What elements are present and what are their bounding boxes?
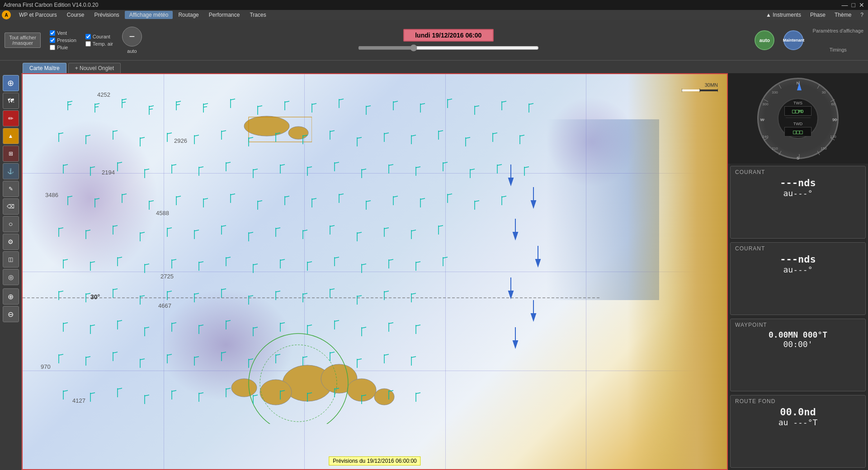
maintenant-btn[interactable]: Maintenant	[783, 30, 803, 50]
route-fond-value: 00.0nd	[735, 406, 861, 418]
phase-menu[interactable]: Phase	[807, 11, 828, 19]
route-fond-panel: ROUTE FOND 00.0nd au ---°T	[730, 395, 866, 468]
chart-area[interactable]: 4252 2926 2194 3486 4588 2725 4667 970 4…	[22, 73, 728, 470]
tool-eraser[interactable]: ⌫	[3, 198, 19, 215]
close-btn[interactable]: ✕	[859, 1, 864, 9]
tool-triangle[interactable]: ▲	[3, 128, 19, 144]
tool-pencil[interactable]: ✎	[3, 181, 19, 197]
tool-map[interactable]: 🗺	[3, 93, 19, 109]
menu-affichage-meteo[interactable]: Affichage météo	[125, 11, 173, 19]
tool-circle[interactable]: ○	[3, 216, 19, 232]
tab-carte-maitre-label: Carte Maître	[29, 65, 60, 71]
tab-nouvel-onglet[interactable]: + Nouvel Onglet	[68, 63, 121, 73]
theme-menu[interactable]: Thème	[832, 11, 854, 19]
svg-text:30: 30	[822, 90, 826, 94]
maximize-btn[interactable]: □	[852, 1, 855, 9]
svg-point-5	[374, 389, 394, 405]
tool-gear[interactable]: ⚙	[3, 234, 19, 250]
forecast-label: Prévisions du 19/12/2016 06:00:00	[329, 456, 420, 465]
courant-1-sub: au---°	[735, 188, 861, 198]
temp-air-checkbox-label[interactable]: Temp. air	[85, 41, 113, 47]
pluie-checkbox-label[interactable]: Pluie	[50, 45, 76, 50]
logo-icon: A	[2, 10, 11, 19]
svg-line-356	[830, 99, 835, 102]
svg-point-1	[260, 380, 292, 405]
twd-value: □□□	[784, 127, 811, 136]
tab-nouvel-onglet-label: + Nouvel Onglet	[75, 65, 114, 71]
window-controls[interactable]: — □ ✕	[842, 1, 864, 9]
menu-course[interactable]: Course	[62, 11, 89, 19]
scale-label: 30MN	[705, 82, 718, 88]
svg-text:W: W	[760, 118, 764, 122]
grid-h-2	[23, 272, 727, 272]
svg-line-359	[779, 151, 781, 155]
waypoint-sub: 00:00'	[735, 339, 861, 349]
weather-checkboxes: Vent Pression Pluie	[50, 30, 76, 50]
minimize-btn[interactable]: —	[842, 1, 848, 9]
svg-point-3	[347, 379, 376, 401]
vent-checkbox[interactable]	[50, 30, 55, 36]
courant-2-sub: au---°	[735, 265, 861, 274]
menu-previsions[interactable]: Prévisions	[90, 11, 124, 19]
courant-checkbox-label[interactable]: Courant	[85, 34, 113, 39]
tool-zoom-out[interactable]: ⊖	[3, 306, 19, 322]
svg-point-8	[244, 116, 289, 136]
courant-2-value: ---nds	[735, 254, 861, 265]
grid-h-1	[23, 173, 727, 174]
menu-routage[interactable]: Routage	[174, 11, 203, 19]
courant-checkbox[interactable]	[85, 34, 91, 39]
depth-2725: 2725	[160, 273, 174, 280]
canary-islands-area	[194, 324, 411, 424]
pression-checkbox-label[interactable]: Pression	[50, 38, 76, 43]
depth-3486: 3486	[45, 192, 58, 198]
timeline-section: lundi 19/12/2016 06:00	[151, 29, 745, 52]
svg-text:330: 330	[772, 90, 778, 94]
timeline-slider[interactable]	[358, 44, 539, 52]
tool-pointer[interactable]: ⊕	[3, 75, 19, 91]
grid-v-1	[164, 74, 164, 469]
tool-compass[interactable]: ◎	[3, 269, 19, 285]
minus-section: − auto	[122, 27, 142, 54]
svg-rect-347	[682, 89, 700, 91]
menu-performance[interactable]: Performance	[204, 11, 245, 19]
minus-btn[interactable]: −	[122, 27, 142, 47]
tool-zoom-in[interactable]: ⊕	[3, 288, 19, 305]
depth-2926: 2926	[174, 137, 187, 144]
tool-anchor[interactable]: ⚓	[3, 163, 19, 179]
tool-measure[interactable]: ⊞	[3, 146, 19, 162]
depth-4667: 4667	[158, 302, 171, 309]
pression-checkbox[interactable]	[50, 38, 55, 43]
left-toolbar: ⊕ 🗺 ✏ ▲ ⊞ ⚓ ✎ ⌫ ○ ⚙ ◫ ◎ ⊕ ⊖	[0, 73, 22, 470]
maintenant-section: Maintenant	[783, 30, 803, 50]
menu-traces[interactable]: Traces	[245, 11, 270, 19]
courant-1-value: ---nds	[735, 177, 861, 188]
weather-checkboxes2: Courant Temp. air	[85, 34, 113, 47]
titlebar: Adrena First Carbon Edition V14.0.0.20 —…	[0, 0, 868, 10]
menu-wp-parcours[interactable]: WP et Parcours	[14, 11, 61, 19]
waypoint-panel: WAYPOINT 0.00MN 000°T 00:00'	[730, 319, 866, 391]
scale-bar: 30MN	[682, 82, 718, 93]
route-fond-sub: au ---°T	[735, 418, 861, 427]
tab-carte-maitre[interactable]: Carte Maître	[23, 63, 66, 73]
courant-1-title: COURANT	[735, 169, 861, 175]
compass-inner-display: TWS □□MD TWD □□□	[778, 98, 818, 139]
temp-air-checkbox[interactable]	[85, 41, 91, 47]
svg-text:150: 150	[821, 146, 827, 150]
grid-v-4	[586, 74, 586, 469]
right-menubar: ▲ Instruments Phase Thème ?	[763, 11, 866, 19]
svg-text:210: 210	[772, 146, 778, 150]
tool-layer[interactable]: ◫	[3, 251, 19, 268]
info-panels: COURANT ---nds au---° COURANT ---nds au-…	[728, 164, 868, 470]
help-menu[interactable]: ?	[858, 11, 866, 19]
tws-value: □□MD	[784, 106, 811, 116]
madeira-islands	[240, 110, 312, 146]
auto-btn[interactable]: auto	[755, 30, 774, 50]
svg-point-4	[231, 379, 257, 397]
tool-line[interactable]: ✏	[3, 110, 19, 127]
tout-afficher-btn[interactable]: Tout afficher /masquer	[5, 33, 41, 48]
instruments-menu[interactable]: ▲ Instruments	[763, 11, 804, 19]
svg-text:240: 240	[762, 135, 769, 139]
menubar: A WP et Parcours Course Prévisions Affic…	[0, 10, 868, 20]
pluie-checkbox[interactable]	[50, 45, 55, 50]
vent-checkbox-label[interactable]: Vent	[50, 30, 76, 36]
